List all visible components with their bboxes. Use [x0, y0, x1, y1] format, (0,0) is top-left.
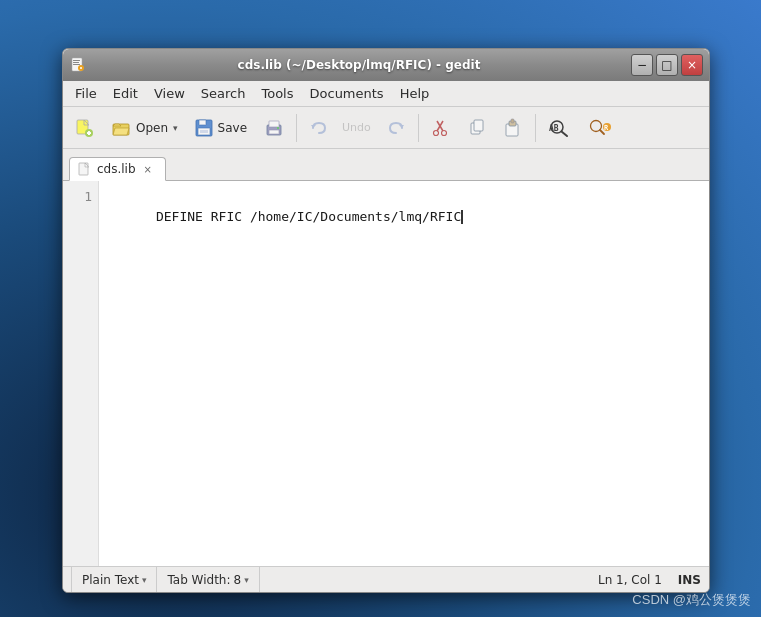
- menubar: File Edit View Search Tools Documents He…: [63, 81, 709, 107]
- editor-line-1: DEFINE RFIC /home/IC/Documents/lmq/RFIC: [156, 209, 461, 224]
- tabbar: cds.lib ×: [63, 149, 709, 181]
- language-arrow: ▾: [142, 575, 147, 585]
- svg-rect-17: [269, 121, 279, 127]
- svg-rect-30: [511, 119, 514, 123]
- text-cursor: [461, 210, 463, 224]
- status-right: Ln 1, Col 1 INS: [598, 573, 701, 587]
- tab-close-button[interactable]: ×: [141, 162, 155, 176]
- close-button[interactable]: ×: [681, 54, 703, 76]
- tab-width-text: Tab Width:: [167, 573, 230, 587]
- line-number-1: 1: [63, 187, 92, 207]
- ln-col-label: Ln 1, Col 1: [598, 573, 662, 587]
- copy-button[interactable]: [460, 113, 494, 143]
- line-numbers: 1: [63, 181, 99, 566]
- csdn-watermark: CSDN @鸡公煲煲煲: [632, 591, 751, 609]
- undo-button[interactable]: [302, 113, 336, 143]
- svg-rect-1: [73, 60, 80, 61]
- undo-label: Undo: [336, 117, 377, 138]
- svg-line-32: [561, 131, 567, 136]
- titlebar: cds.lib (~/Desktop/lmq/RFIC) - gedit − □…: [63, 49, 709, 81]
- save-icon: [193, 117, 215, 139]
- open-label: Open: [136, 121, 168, 135]
- new-button[interactable]: [67, 113, 101, 143]
- menu-tools[interactable]: Tools: [253, 84, 301, 103]
- svg-point-24: [433, 130, 438, 135]
- minimize-button[interactable]: −: [631, 54, 653, 76]
- menu-file[interactable]: File: [67, 84, 105, 103]
- gedit-window: cds.lib (~/Desktop/lmq/RFIC) - gedit − □…: [62, 48, 710, 593]
- toolbar-sep-2: [418, 114, 419, 142]
- menu-help[interactable]: Help: [392, 84, 438, 103]
- svg-text:AB: AB: [549, 124, 559, 133]
- tab-width-arrow: ▾: [244, 575, 249, 585]
- maximize-button[interactable]: □: [656, 54, 678, 76]
- print-button[interactable]: [257, 113, 291, 143]
- svg-rect-10: [87, 132, 91, 134]
- editor-content[interactable]: DEFINE RFIC /home/IC/Documents/lmq/RFIC: [99, 181, 709, 566]
- svg-point-19: [277, 127, 279, 129]
- svg-rect-13: [199, 120, 206, 125]
- toolbar-sep-3: [535, 114, 536, 142]
- open-dropdown-arrow[interactable]: ▾: [173, 123, 178, 133]
- redo-button[interactable]: [379, 113, 413, 143]
- svg-point-25: [441, 130, 446, 135]
- svg-rect-3: [73, 64, 80, 65]
- titlebar-left: [69, 56, 87, 74]
- open-icon: [111, 117, 133, 139]
- menu-edit[interactable]: Edit: [105, 84, 146, 103]
- language-selector[interactable]: Plain Text ▾: [71, 567, 157, 592]
- titlebar-controls: − □ ×: [631, 54, 703, 76]
- ins-label: INS: [678, 573, 701, 587]
- paste-button[interactable]: [496, 113, 530, 143]
- menu-search[interactable]: Search: [193, 84, 254, 103]
- menu-view[interactable]: View: [146, 84, 193, 103]
- svg-rect-15: [200, 130, 208, 133]
- menu-documents[interactable]: Documents: [302, 84, 392, 103]
- svg-rect-2: [73, 62, 79, 63]
- gedit-icon: [69, 56, 87, 74]
- language-label: Plain Text: [82, 573, 139, 587]
- toolbar-sep-1: [296, 114, 297, 142]
- find-button[interactable]: AB: [541, 113, 579, 143]
- svg-rect-18: [269, 130, 279, 134]
- tab-label: cds.lib: [97, 162, 136, 176]
- open-button[interactable]: Open ▾: [103, 113, 183, 143]
- tab-file-icon: [78, 162, 92, 176]
- save-button[interactable]: Save: [185, 113, 255, 143]
- tab-width-value: 8: [234, 573, 242, 587]
- svg-rect-27: [474, 120, 483, 131]
- tab-width-selector[interactable]: Tab Width: 8 ▾: [157, 567, 259, 592]
- save-label: Save: [218, 121, 247, 135]
- statusbar: Plain Text ▾ Tab Width: 8 ▾ Ln 1, Col 1 …: [63, 566, 709, 592]
- editor-area[interactable]: 1 DEFINE RFIC /home/IC/Documents/lmq/RFI…: [63, 181, 709, 566]
- cut-button[interactable]: [424, 113, 458, 143]
- toolbar: Open ▾ Save: [63, 107, 709, 149]
- svg-rect-6: [80, 68, 82, 69]
- window-title: cds.lib (~/Desktop/lmq/RFIC) - gedit: [87, 58, 631, 72]
- tab-cds-lib[interactable]: cds.lib ×: [69, 157, 166, 181]
- find-replace-button[interactable]: R: [581, 113, 621, 143]
